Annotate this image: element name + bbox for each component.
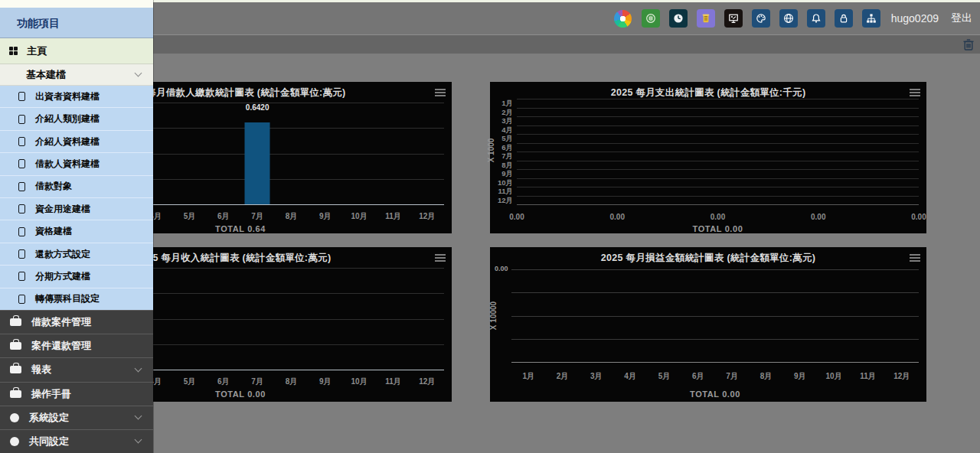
trash-icon[interactable] (962, 38, 975, 51)
sidebar-item-label: 還款方式設定 (35, 248, 90, 261)
chart-total-label: TOTAL 0.00 (511, 389, 919, 399)
sidebar-item-label: 案件還款管理 (31, 339, 141, 353)
x-tick-label: 0.00 (610, 213, 625, 221)
sidebar-item[interactable]: 系統設定 (0, 406, 153, 429)
x-axis-line (517, 204, 919, 205)
sidebar-item[interactable]: 資格建檔 (0, 220, 153, 243)
y-tick-label: 2月 (490, 108, 513, 117)
sidebar-item-home[interactable]: 主頁 (0, 38, 153, 64)
axis-multiplier-label: X 1000 (487, 139, 495, 163)
globe-icon[interactable] (779, 9, 798, 28)
gridline (517, 178, 919, 179)
y-tick-label: 1月 (490, 99, 513, 108)
sitemap-icon[interactable] (862, 9, 880, 28)
briefcase-icon (10, 366, 21, 373)
circle-icon (10, 413, 19, 422)
sidebar-item[interactable]: 分期方式建檔 (0, 266, 153, 288)
sidebar-item[interactable]: 借款人資料建檔 (0, 153, 153, 175)
sidebar-item-label: 資格建檔 (35, 225, 72, 238)
x-tick-label: 1月 (511, 371, 545, 382)
bell-icon[interactable] (807, 9, 825, 28)
chart-menu-icon[interactable] (435, 89, 446, 96)
sidebar-item-label: 報表 (31, 363, 136, 376)
sidebar-item[interactable]: 介紹人類別建檔 (0, 108, 153, 130)
scroll-icon[interactable] (697, 9, 715, 28)
x-tick-label: 0.00 (509, 213, 524, 221)
sidebar-item-label: 介紹人類別建檔 (35, 112, 100, 125)
sidebar-item[interactable]: 借款對象 (0, 176, 153, 198)
y-tick-label: 11月 (490, 187, 513, 196)
sidebar-item-label: 介紹人資料建檔 (35, 135, 100, 148)
logout-link[interactable]: 登出 (951, 11, 972, 25)
x-tick-label: 7月 (240, 211, 274, 222)
gridline (511, 316, 919, 317)
y-tick-label: 9月 (490, 169, 513, 178)
header-icons (614, 9, 880, 28)
gridline (517, 125, 919, 126)
green-app-icon[interactable] (642, 9, 660, 28)
sidebar-dark-items: 借款案件管理案件還款管理報表操作手冊系統設定共同設定 (0, 310, 153, 453)
x-tick-label: 5月 (172, 376, 206, 387)
chart-menu-icon[interactable] (910, 89, 920, 96)
lock-icon[interactable] (835, 9, 853, 28)
gridline (511, 339, 919, 340)
x-tick-label: 6月 (681, 371, 715, 382)
sidebar-item[interactable]: 出資者資料建檔 (0, 86, 153, 108)
palette-icon[interactable] (752, 9, 770, 28)
chart-menu-icon[interactable] (435, 254, 446, 262)
colorwheel-icon[interactable] (614, 9, 632, 28)
sidebar-item-label: 主頁 (27, 44, 47, 58)
sidebar-item[interactable]: 共同設定 (0, 429, 153, 453)
sidebar-item-label: 借款案件管理 (31, 315, 141, 329)
chart-menu-icon[interactable] (910, 254, 920, 262)
y-tick-label: 10月 (490, 178, 513, 187)
x-tick-label: 6月 (207, 211, 240, 222)
gridline (517, 169, 919, 170)
sidebar-item[interactable]: 介紹人資料建檔 (0, 131, 153, 153)
x-tick-label: 11月 (851, 371, 884, 382)
sidebar-group-label: 基本建檔 (26, 68, 136, 82)
clock-icon[interactable] (669, 9, 688, 28)
sidebar-item[interactable]: 案件還款管理 (0, 334, 153, 357)
chart-title: 2025 每月支出統計圖表 (統計金額單位:千元) (490, 86, 926, 99)
sidebar-item-label: 轉傳票科目設定 (35, 292, 100, 305)
sidebar-item[interactable]: 資金用途建檔 (0, 198, 153, 220)
x-tick-label: 0.00 (710, 213, 725, 221)
sidebar-group-basic[interactable]: 基本建檔 (0, 64, 153, 86)
document-icon (18, 204, 25, 213)
gridline (517, 134, 919, 135)
presentation-icon[interactable] (724, 9, 743, 28)
sidebar-item[interactable]: 借款案件管理 (0, 310, 153, 334)
sidebar-item[interactable]: 還款方式設定 (0, 243, 153, 266)
sidebar-item[interactable]: 轉傳票科目設定 (0, 288, 153, 310)
document-icon (18, 295, 25, 304)
x-tick-label: 11月 (376, 376, 410, 387)
briefcase-icon (10, 318, 21, 326)
gridline (517, 196, 919, 197)
chevron-down-icon (135, 436, 142, 444)
sidebar-title: 功能項目 (0, 8, 153, 38)
gridline (517, 152, 919, 152)
gridline (517, 161, 919, 161)
axis-multiplier-label: X 10000 (489, 301, 498, 330)
sidebar-item[interactable]: 操作手冊 (0, 382, 153, 406)
sidebar-item[interactable]: 報表 (0, 357, 153, 381)
chart-profit-loss: 2025 每月損益金額統計圖表 (統計金額單位:萬元) 0.00X 100001… (490, 247, 926, 402)
y-tick-label: 4月 (490, 125, 513, 135)
briefcase-icon (10, 342, 21, 350)
chart-total-label: TOTAL 0.00 (517, 224, 919, 233)
x-tick-label: 5月 (647, 371, 681, 382)
document-icon (18, 92, 25, 101)
gridline (511, 269, 919, 270)
x-tick-label: 6月 (207, 376, 240, 387)
plot-area (511, 269, 919, 363)
x-tick-label: 9月 (309, 211, 342, 222)
sidebar-basic-items: 出資者資料建檔介紹人類別建檔介紹人資料建檔借款人資料建檔借款對象資金用途建檔資格… (0, 86, 153, 310)
gridline (517, 99, 919, 99)
document-icon (18, 115, 25, 124)
x-tick-label: 0.00 (811, 213, 825, 221)
x-tick-label: 3月 (580, 371, 613, 382)
briefcase-icon (10, 390, 21, 398)
chevron-down-icon (135, 412, 142, 420)
x-tick-label: 12月 (410, 211, 444, 222)
